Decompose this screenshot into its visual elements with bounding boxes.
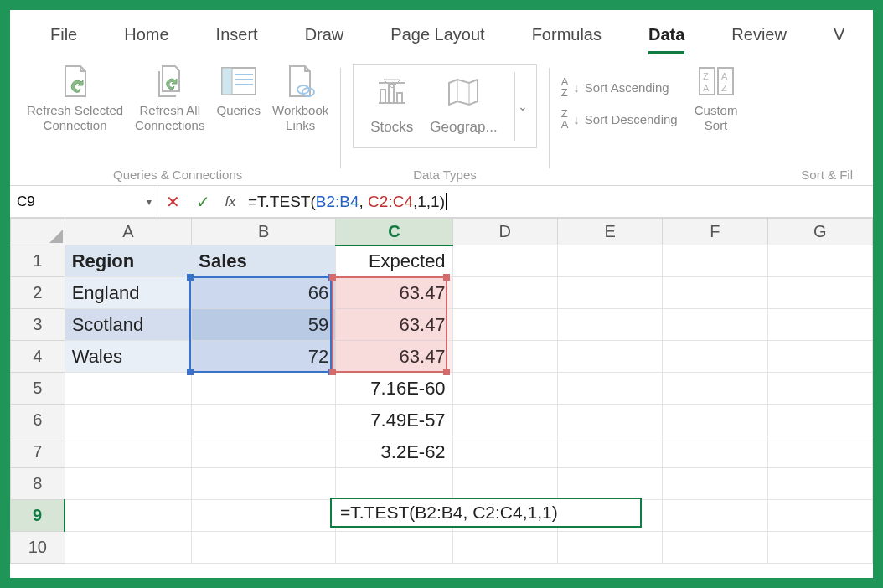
sort-descending-button[interactable]: ZA ↓ Sort Descending: [561, 106, 678, 132]
tab-home[interactable]: Home: [101, 17, 192, 56]
cell-G4[interactable]: [767, 341, 872, 373]
row-header-4[interactable]: 4: [11, 341, 65, 373]
tab-review[interactable]: Review: [708, 17, 810, 56]
cell-C5[interactable]: 7.16E-60: [336, 373, 452, 405]
row-header-10[interactable]: 10: [11, 532, 65, 564]
col-header-F[interactable]: F: [663, 219, 767, 245]
cell-E2[interactable]: [557, 277, 662, 309]
cell-B7[interactable]: [192, 436, 336, 468]
cell-F2[interactable]: [663, 277, 767, 309]
cell-B5[interactable]: [192, 373, 336, 405]
cell-G8[interactable]: [767, 468, 872, 500]
cell-C8[interactable]: [336, 468, 452, 500]
select-all-corner[interactable]: [11, 219, 65, 245]
cell-C6[interactable]: 7.49E-57: [336, 405, 452, 436]
cell-B2[interactable]: 66: [192, 277, 336, 309]
enter-button[interactable]: ✓: [188, 192, 218, 212]
stocks-button[interactable]: Stocks: [370, 78, 413, 136]
cell-C10[interactable]: [336, 532, 452, 564]
cell-D5[interactable]: [452, 373, 557, 405]
cell-A8[interactable]: [65, 468, 192, 500]
cell-G10[interactable]: [767, 532, 872, 564]
fx-button[interactable]: fx: [218, 193, 243, 210]
cell-B4[interactable]: 72: [192, 341, 336, 373]
cell-A6[interactable]: [65, 405, 192, 436]
cell-B8[interactable]: [192, 468, 336, 500]
cell-D2[interactable]: [452, 277, 557, 309]
refresh-selected-button[interactable]: Refresh Selected Connection: [27, 61, 123, 133]
cell-D7[interactable]: [452, 436, 557, 468]
cell-F5[interactable]: [663, 373, 767, 405]
cell-E7[interactable]: [557, 436, 662, 468]
cell-F6[interactable]: [663, 405, 767, 436]
cell-B9[interactable]: [192, 500, 336, 532]
row-header-1[interactable]: 1: [11, 245, 65, 277]
row-header-2[interactable]: 2: [11, 277, 65, 309]
cell-A2[interactable]: England: [65, 277, 192, 309]
col-header-C[interactable]: C: [336, 219, 452, 245]
cell-A5[interactable]: [65, 373, 192, 405]
cell-B6[interactable]: [192, 405, 336, 436]
workbook-links-button[interactable]: Workbook Links: [272, 61, 328, 133]
cell-E3[interactable]: [557, 309, 662, 341]
cancel-button[interactable]: ✕: [157, 192, 188, 212]
cell-A3[interactable]: Scotland: [65, 309, 192, 341]
tab-file[interactable]: File: [27, 17, 101, 56]
col-header-G[interactable]: G: [767, 219, 872, 245]
cell-F8[interactable]: [663, 468, 767, 500]
cell-A1[interactable]: Region: [65, 245, 192, 277]
cell-G9[interactable]: [767, 500, 872, 532]
cell-G6[interactable]: [767, 405, 872, 436]
cell-F7[interactable]: [663, 436, 767, 468]
row-header-3[interactable]: 3: [11, 309, 65, 341]
cell-D8[interactable]: [452, 468, 557, 500]
cell-A4[interactable]: Wales: [65, 341, 192, 373]
cell-E4[interactable]: [557, 341, 662, 373]
spreadsheet-grid[interactable]: A B C D E F G 1 Region Sales Expected 2 …: [10, 218, 873, 564]
sort-ascending-button[interactable]: AZ ↓ Sort Ascending: [561, 75, 678, 100]
cell-C7[interactable]: 3.2E-62: [336, 436, 452, 468]
cell-G1[interactable]: [767, 245, 872, 277]
cell-E10[interactable]: [557, 532, 662, 564]
col-header-D[interactable]: D: [452, 219, 557, 245]
tab-formulas[interactable]: Formulas: [509, 17, 625, 56]
col-header-A[interactable]: A: [65, 219, 192, 245]
data-types-more-button[interactable]: ⌄: [514, 72, 531, 141]
cell-D6[interactable]: [452, 405, 557, 436]
row-header-8[interactable]: 8: [11, 468, 65, 500]
cell-D4[interactable]: [452, 341, 557, 373]
cell-B10[interactable]: [192, 532, 336, 564]
cell-E5[interactable]: [557, 373, 662, 405]
col-header-B[interactable]: B: [192, 219, 336, 245]
cell-G2[interactable]: [767, 277, 872, 309]
cell-C1[interactable]: Expected: [336, 245, 452, 277]
col-header-E[interactable]: E: [557, 219, 662, 245]
cell-E6[interactable]: [557, 405, 662, 436]
cell-F10[interactable]: [663, 532, 767, 564]
refresh-all-button[interactable]: Refresh All Connections: [135, 61, 204, 133]
cell-G3[interactable]: [767, 309, 872, 341]
row-header-6[interactable]: 6: [11, 405, 65, 436]
row-header-5[interactable]: 5: [11, 373, 65, 405]
cell-A7[interactable]: [65, 436, 192, 468]
cell-F4[interactable]: [663, 341, 767, 373]
cell-B1[interactable]: Sales: [192, 245, 336, 277]
tab-insert[interactable]: Insert: [193, 17, 281, 56]
geography-button[interactable]: Geograp...: [430, 78, 497, 136]
cell-E8[interactable]: [557, 468, 662, 500]
cell-A9[interactable]: [65, 500, 192, 532]
cell-F9[interactable]: [663, 500, 767, 532]
tab-view[interactable]: V: [810, 17, 848, 56]
formula-input[interactable]: =T.TEST(B2:B4, C2:C4,1,1): [243, 193, 873, 211]
cell-G5[interactable]: [767, 373, 872, 405]
cell-D3[interactable]: [452, 309, 557, 341]
cell-F3[interactable]: [663, 309, 767, 341]
queries-button[interactable]: Queries: [216, 61, 261, 118]
cell-D1[interactable]: [452, 245, 557, 277]
tab-draw[interactable]: Draw: [281, 17, 368, 56]
cell-B3[interactable]: 59: [192, 309, 336, 341]
tab-data[interactable]: Data: [625, 17, 708, 56]
cell-D10[interactable]: [452, 532, 557, 564]
cell-F1[interactable]: [663, 245, 767, 277]
cell-A10[interactable]: [65, 532, 192, 564]
